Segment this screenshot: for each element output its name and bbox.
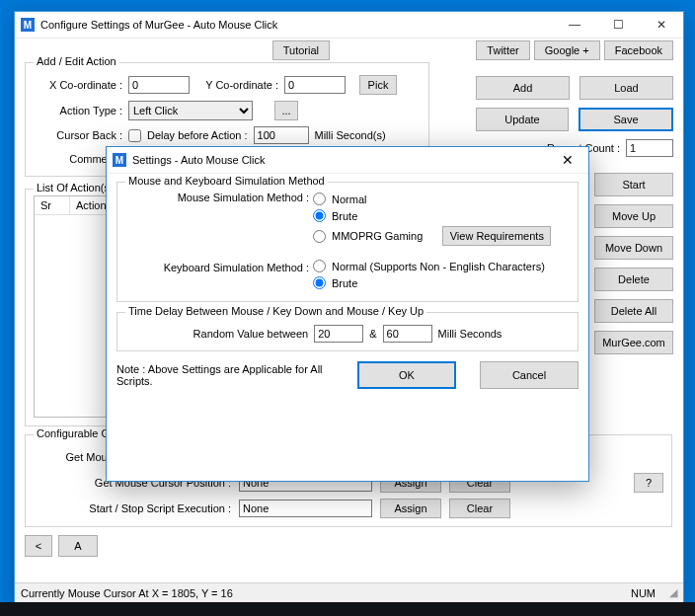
- mouse-brute-radio[interactable]: [313, 209, 326, 222]
- minimize-icon[interactable]: —: [553, 12, 596, 38]
- delay-input[interactable]: [254, 126, 309, 144]
- milli-label: Milli Second(s): [315, 129, 386, 141]
- hk-startstop-assign[interactable]: Assign: [380, 499, 441, 518]
- col-sr[interactable]: Sr: [35, 196, 70, 214]
- a-button[interactable]: A: [58, 535, 98, 557]
- cursor-back-checkbox[interactable]: [128, 129, 141, 142]
- app-icon: M: [113, 153, 126, 167]
- window-title: Configure Settings of MurGee - Auto Mous…: [40, 19, 277, 31]
- move-down-button[interactable]: Move Down: [594, 236, 673, 260]
- unit-label: Milli Seconds: [438, 328, 502, 340]
- help-button[interactable]: ?: [634, 473, 663, 493]
- pick-button[interactable]: Pick: [359, 75, 397, 95]
- twitter-button[interactable]: Twitter: [476, 40, 529, 60]
- delay-legend: Time Delay Between Mouse / Key Down and …: [125, 305, 426, 317]
- site-button[interactable]: MurGee.com: [594, 331, 673, 354]
- kb-brute-label: Brute: [332, 277, 357, 289]
- ok-button[interactable]: OK: [357, 361, 456, 389]
- hk-startstop-input[interactable]: [239, 500, 372, 517]
- prev-button[interactable]: <: [25, 535, 52, 557]
- delete-button[interactable]: Delete: [594, 268, 673, 291]
- delay-max-input[interactable]: [383, 325, 432, 343]
- kb-normal-label: Normal (Supports Non - English Character…: [332, 261, 545, 272]
- amp-label: &: [369, 328, 376, 340]
- settings-dialog: M Settings - Auto Mouse Click ✕ Mouse an…: [106, 146, 589, 482]
- mouse-brute-label: Brute: [332, 210, 357, 222]
- dialog-titlebar[interactable]: M Settings - Auto Mouse Click ✕: [107, 147, 588, 174]
- x-input[interactable]: [128, 76, 190, 94]
- mouse-mmorpg-label: MMOPRG Gaming: [332, 230, 423, 242]
- load-button[interactable]: Load: [579, 76, 673, 100]
- save-button[interactable]: Save: [579, 108, 673, 131]
- status-num: NUM: [631, 587, 656, 599]
- random-label: Random Value between: [193, 328, 309, 340]
- x-label: X Co-ordinate :: [34, 79, 122, 91]
- mouse-mmorpg-radio[interactable]: [313, 230, 326, 243]
- action-type-more-button[interactable]: ...: [274, 101, 298, 120]
- move-up-button[interactable]: Move Up: [594, 204, 673, 228]
- hk-startstop-clear[interactable]: Clear: [449, 499, 510, 518]
- add-edit-legend: Add / Edit Action: [34, 55, 119, 67]
- tutorial-button[interactable]: Tutorial: [272, 40, 330, 60]
- delay-min-input[interactable]: [314, 325, 363, 343]
- update-button[interactable]: Update: [476, 108, 569, 131]
- start-button[interactable]: Start: [594, 173, 673, 196]
- facebook-button[interactable]: Facebook: [604, 40, 673, 60]
- app-icon: M: [21, 18, 35, 32]
- y-label: Y Co-ordinate :: [195, 79, 278, 91]
- maximize-icon[interactable]: ☐: [596, 12, 640, 38]
- hk-startstop-label: Start / Stop Script Execution :: [34, 502, 231, 514]
- mouse-normal-label: Normal: [332, 193, 366, 205]
- dialog-title: Settings - Auto Mouse Click: [132, 154, 266, 166]
- kb-normal-radio[interactable]: [313, 260, 326, 272]
- mouse-normal-radio[interactable]: [313, 192, 326, 205]
- close-icon[interactable]: ✕: [547, 147, 588, 173]
- close-icon[interactable]: ✕: [640, 12, 683, 38]
- resize-grip-icon[interactable]: ◢: [661, 586, 677, 599]
- repeat-input[interactable]: [626, 139, 673, 157]
- action-type-label: Action Type :: [34, 105, 122, 116]
- list-legend: List Of Action(s): [34, 182, 116, 193]
- add-button[interactable]: Add: [476, 76, 570, 100]
- note-text: Note : Above Settings are Applicable for…: [116, 363, 334, 387]
- main-titlebar[interactable]: M Configure Settings of MurGee - Auto Mo…: [15, 12, 683, 38]
- y-input[interactable]: [284, 76, 346, 94]
- taskbar[interactable]: [0, 602, 695, 616]
- delete-all-button[interactable]: Delete All: [594, 299, 673, 323]
- delay-label: Delay before Action :: [147, 129, 248, 141]
- kb-sim-label: Keyboard Simulation Method :: [125, 256, 313, 273]
- mouse-sim-label: Mouse Simulation Method :: [125, 189, 313, 203]
- kb-brute-radio[interactable]: [313, 276, 326, 289]
- status-text: Currently Mouse Cursor At X = 1805, Y = …: [21, 587, 233, 599]
- google-plus-button[interactable]: Google +: [534, 40, 600, 60]
- cursor-back-label: Cursor Back :: [34, 129, 122, 141]
- cancel-button[interactable]: Cancel: [480, 361, 579, 389]
- view-requirements-button[interactable]: View Requirements: [442, 226, 551, 246]
- sim-method-legend: Mouse and Keyboard Simulation Method: [125, 175, 328, 187]
- status-bar: Currently Mouse Cursor At X = 1805, Y = …: [15, 582, 683, 602]
- action-type-select[interactable]: Left Click: [128, 101, 253, 120]
